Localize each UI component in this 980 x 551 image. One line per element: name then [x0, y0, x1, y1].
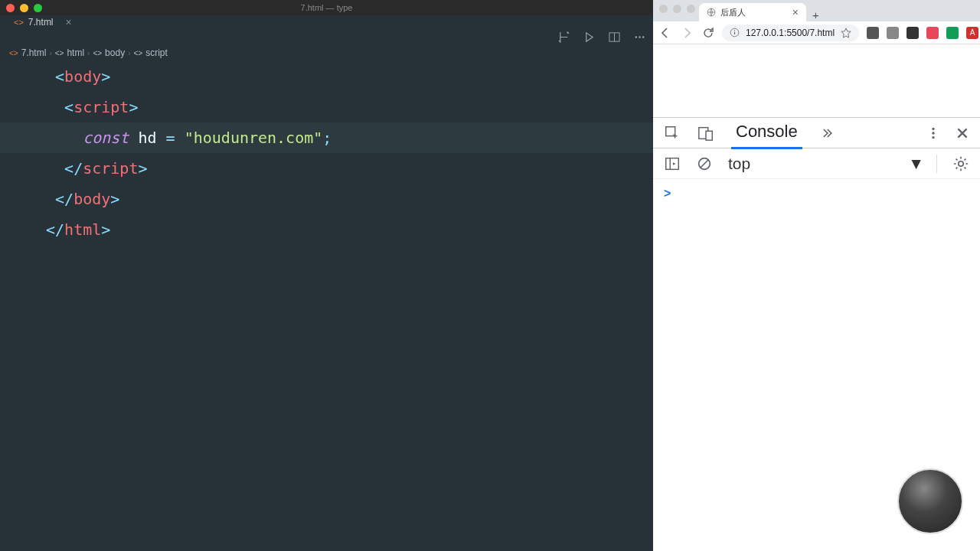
traffic-lights — [6, 4, 42, 12]
browser-tab-title: 后盾人 — [720, 7, 746, 18]
window-title: 7.html — type — [301, 3, 353, 12]
site-info-icon[interactable] — [730, 28, 740, 37]
new-tab-button[interactable]: + — [806, 8, 825, 21]
devtools-menu-icon[interactable] — [926, 126, 940, 140]
webcam-overlay — [897, 468, 963, 534]
context-label: top — [728, 155, 750, 173]
code-line: </html> — [46, 214, 653, 245]
device-toolbar-icon[interactable] — [697, 125, 714, 142]
tab-close-icon[interactable]: × — [66, 16, 72, 28]
extension-icon[interactable] — [906, 27, 919, 39]
maximize-window-icon[interactable] — [34, 4, 42, 12]
run-icon[interactable] — [583, 31, 595, 43]
globe-icon — [707, 8, 716, 17]
url-input[interactable]: 127.0.0.1:5500/7.html — [722, 24, 859, 41]
svg-point-2 — [635, 36, 637, 37]
extension-icons: A — [867, 25, 980, 41]
toggle-console-sidebar-icon[interactable] — [664, 155, 681, 172]
more-tabs-icon[interactable] — [819, 126, 835, 141]
maximize-browser-icon[interactable] — [687, 5, 695, 13]
inspect-element-icon[interactable] — [664, 125, 681, 142]
extension-icon[interactable] — [946, 27, 959, 39]
svg-rect-14 — [706, 131, 712, 140]
editor-topbar — [0, 29, 653, 44]
code-line: <body> — [46, 61, 653, 92]
browser-traffic-lights — [659, 5, 695, 13]
mac-titlebar: 7.html — type — [0, 0, 653, 15]
back-button[interactable] — [659, 27, 671, 39]
chevron-right-icon: › — [49, 49, 51, 57]
split-editor-icon[interactable] — [609, 31, 620, 43]
clear-console-icon[interactable] — [696, 155, 713, 172]
minimize-window-icon[interactable] — [20, 4, 28, 12]
chevron-down-icon: ▼ — [908, 155, 924, 173]
breadcrumb-script: script — [145, 47, 168, 58]
console-settings-icon[interactable] — [952, 155, 969, 172]
more-icon[interactable] — [634, 31, 645, 43]
svg-point-22 — [959, 161, 963, 165]
extension-icon[interactable]: A — [966, 27, 978, 39]
devtools-header: Console — [653, 118, 980, 148]
tab-close-icon[interactable]: × — [792, 6, 799, 18]
console-toolbar: top ▼ — [653, 148, 980, 179]
editor-tabs: <> 7.html × — [0, 15, 653, 29]
browser-tabs: 后盾人 × + — [653, 0, 980, 21]
page-viewport: Console top ▼ > — [653, 44, 980, 551]
editor-pane: 7.html — type <> 7.html × <> 7.html › <>… — [0, 0, 653, 551]
breadcrumb-file: 7.html — [21, 47, 47, 58]
tab-label: 7.html — [28, 17, 54, 28]
extension-icon[interactable] — [926, 27, 939, 39]
compare-icon[interactable] — [558, 31, 570, 43]
forward-button[interactable] — [681, 27, 693, 39]
svg-point-4 — [642, 36, 644, 37]
minimize-browser-icon[interactable] — [673, 5, 681, 13]
svg-point-8 — [734, 30, 735, 31]
code-line: </body> — [46, 184, 653, 214]
code-editor[interactable]: <body> <script> const hd = "houdunren.co… — [0, 61, 653, 551]
url-text: 127.0.0.1:5500/7.html — [746, 28, 835, 38]
body-symbol-icon: <> — [93, 49, 102, 57]
svg-point-3 — [639, 36, 640, 37]
svg-point-15 — [932, 127, 934, 129]
close-window-icon[interactable] — [6, 4, 15, 12]
breadcrumb-html: html — [67, 47, 84, 58]
browser-tab[interactable]: 后盾人 × — [699, 3, 806, 21]
svg-rect-18 — [666, 158, 679, 169]
breadcrumb-body: body — [105, 47, 125, 58]
reload-button[interactable] — [702, 27, 714, 39]
svg-point-16 — [932, 132, 934, 134]
breadcrumb[interactable]: <> 7.html › <> html › <> body › <> scrip… — [0, 44, 653, 61]
html-symbol-icon: <> — [55, 49, 64, 57]
chevron-right-icon: › — [87, 49, 90, 57]
browser-pane: 后盾人 × + 127.0.0.1:5500/7.html A — [653, 0, 980, 551]
close-devtools-icon[interactable] — [956, 126, 969, 140]
extension-icon[interactable] — [867, 27, 879, 39]
svg-line-21 — [701, 159, 709, 168]
chevron-right-icon: › — [128, 49, 130, 57]
tab-7html[interactable]: <> 7.html × — [6, 15, 80, 30]
svg-point-17 — [932, 135, 934, 138]
address-bar: 127.0.0.1:5500/7.html A — [653, 21, 980, 44]
devtools-tab-console[interactable]: Console — [731, 116, 802, 149]
code-line-highlighted: const hd = "houdunren.com"; — [0, 122, 653, 153]
extension-icon[interactable] — [887, 27, 899, 39]
html-file-icon: <> — [14, 18, 24, 27]
close-browser-icon[interactable] — [659, 5, 668, 13]
code-line: <script> — [46, 92, 653, 122]
context-selector[interactable]: top ▼ — [728, 155, 937, 173]
star-icon[interactable] — [841, 28, 851, 38]
script-symbol-icon: <> — [133, 49, 142, 57]
console-prompt-icon: > — [664, 187, 671, 200]
file-icon: <> — [9, 49, 18, 57]
code-line: </script> — [46, 153, 653, 184]
